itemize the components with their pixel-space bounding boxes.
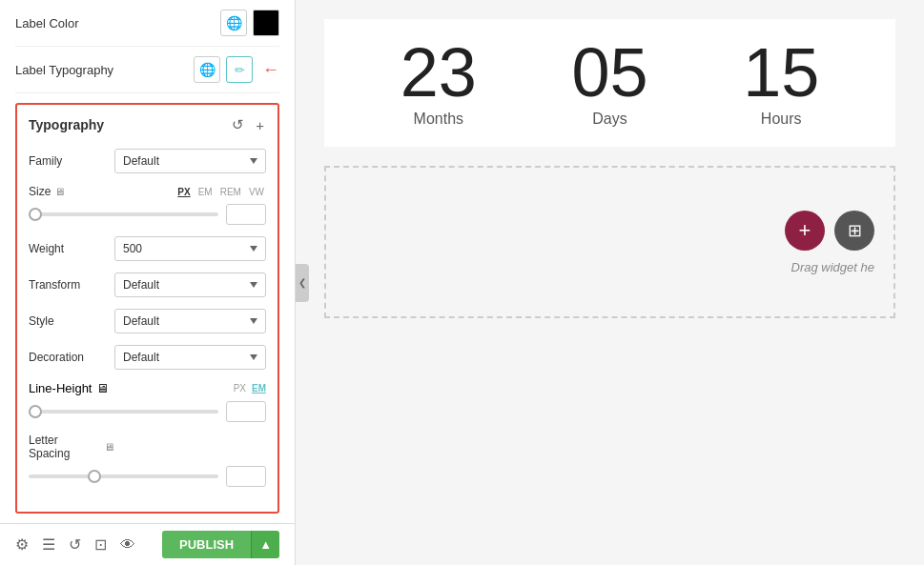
decoration-label: Decoration [29,351,114,364]
size-label: Size 🖥 [29,185,114,198]
typography-header-controls: ↺ + [230,114,266,135]
letter-spacing-value-input[interactable] [226,466,266,487]
transform-select[interactable]: Default Uppercase Lowercase Capitalize [114,272,266,297]
line-height-units: PX EM [234,383,266,393]
letter-spacing-slider-row [29,466,266,487]
size-row: Size 🖥 PX EM REM VW [29,185,266,225]
countdown-widget: 23 Months 05 Days 15 Hours [324,19,895,147]
size-slider-row [29,204,266,225]
days-number: 05 [524,38,696,107]
publish-arrow-button[interactable]: ▲ [251,531,279,558]
typography-title: Typography [29,117,104,132]
publish-group: PUBLISH ▲ [162,531,279,558]
size-monitor-icon: 🖥 [54,186,65,197]
style-label: Style [29,314,114,328]
size-unit-vw[interactable]: VW [247,186,266,198]
line-height-slider-row [29,401,266,422]
label-color-row: Label Color 🌐 [15,0,279,47]
style-select[interactable]: Default Normal Italic Oblique [114,309,266,333]
size-unit-rem[interactable]: REM [218,186,243,198]
style-row: Style Default Normal Italic Oblique [29,309,266,333]
size-units: PX EM REM VW [175,186,266,198]
letter-spacing-row: Letter Spacing 🖥 [29,434,266,487]
left-panel: Label Color 🌐 Label Typography 🌐 ✏ ← Typ… [0,0,296,565]
size-row-top: Size 🖥 PX EM REM VW [29,185,266,198]
publish-button[interactable]: PUBLISH [162,531,251,558]
countdown-months: 23 Months [353,38,524,128]
decoration-select[interactable]: Default None Underline Overline Line-thr… [114,345,266,370]
line-height-slider[interactable] [29,410,218,414]
countdown-hours: 15 Hours [695,38,867,128]
label-color-controls: 🌐 [220,10,279,36]
family-select[interactable]: Default Arial Georgia Verdana [114,149,266,173]
label-typography-global-icon[interactable]: 🌐 [194,56,220,83]
eye-icon[interactable]: 👁 [120,536,135,554]
months-label: Months [353,111,524,128]
typography-reset-button[interactable]: ↺ [230,114,246,135]
collapse-handle[interactable]: ❮ [296,264,309,302]
label-typography-pencil-icon[interactable]: ✏ [226,56,253,83]
countdown-days: 05 Days [524,38,696,128]
transform-label: Transform [29,278,114,292]
family-row: Family Default Arial Georgia Verdana [29,149,266,173]
size-value-input[interactable] [226,204,266,225]
arrow-indicator: ← [262,60,279,80]
weight-row: Weight 100200300400 500600700800900 [29,236,266,261]
days-label: Days [524,111,696,128]
history-icon[interactable]: ↺ [69,535,81,554]
settings-icon[interactable]: ⚙ [15,535,29,554]
family-label: Family [29,154,114,168]
months-number: 23 [353,38,524,107]
toolbar-left: ⚙ ☰ ↺ ⊡ 👁 [15,535,135,554]
family-control: Default Arial Georgia Verdana [114,149,266,173]
label-color-global-icon[interactable]: 🌐 [220,10,247,36]
line-height-label-group: Line-Height 🖥 [29,381,109,395]
main-area: ❮ 23 Months 05 Days 15 Hours + ⊞ Drag wi… [296,0,924,565]
line-height-row-top: Line-Height 🖥 PX EM [29,381,266,395]
decoration-row: Decoration Default None Underline Overli… [29,345,266,370]
label-typography-controls: 🌐 ✏ ← [194,56,279,83]
transform-control: Default Uppercase Lowercase Capitalize [114,272,266,297]
label-color-swatch[interactable] [253,10,279,36]
drag-text: Drag widget he [791,260,874,274]
hours-label: Hours [695,111,867,128]
panel-top: Label Color 🌐 Label Typography 🌐 ✏ ← [0,0,295,93]
letter-spacing-slider[interactable] [29,474,218,478]
letter-spacing-row-top: Letter Spacing 🖥 [29,434,266,460]
label-typography-row: Label Typography 🌐 ✏ ← [15,47,279,93]
responsive-icon[interactable]: ⊡ [94,535,107,554]
dashed-content: + ⊞ Drag widget he [785,211,874,274]
lh-unit-em[interactable]: EM [252,383,266,393]
typography-add-button[interactable]: + [254,114,266,135]
typography-box: Typography ↺ + Family Default Arial Geor… [15,103,279,514]
layers-icon[interactable]: ☰ [42,535,55,554]
line-height-value-input[interactable] [226,401,266,422]
hours-number: 15 [695,38,867,107]
weight-label: Weight [29,242,114,255]
label-typography-label: Label Typography [15,63,113,77]
drag-icon-button[interactable]: ⊞ [834,211,874,251]
style-control: Default Normal Italic Oblique [114,309,266,333]
size-slider[interactable] [29,212,218,216]
bottom-toolbar: ⚙ ☰ ↺ ⊡ 👁 PUBLISH ▲ [0,523,295,565]
typography-header: Typography ↺ + [29,114,266,135]
line-height-monitor-icon: 🖥 [96,381,109,395]
letter-spacing-label: Letter Spacing 🖥 [29,434,114,460]
label-color-label: Label Color [15,16,79,30]
size-unit-px[interactable]: PX [175,186,192,198]
letter-spacing-monitor-icon: 🖥 [104,441,114,453]
dashed-drop-area: + ⊞ Drag widget he [324,166,895,318]
size-unit-em[interactable]: EM [196,186,215,198]
decoration-control: Default None Underline Overline Line-thr… [114,345,266,370]
transform-row: Transform Default Uppercase Lowercase Ca… [29,272,266,297]
line-height-label: Line-Height [29,381,92,395]
dashed-btn-row: + ⊞ [785,211,874,251]
weight-select[interactable]: 100200300400 500600700800900 [114,236,266,261]
weight-control: 100200300400 500600700800900 [114,236,266,261]
lh-unit-px[interactable]: PX [234,383,246,393]
add-widget-button[interactable]: + [785,211,825,251]
line-height-row: Line-Height 🖥 PX EM [29,381,266,422]
